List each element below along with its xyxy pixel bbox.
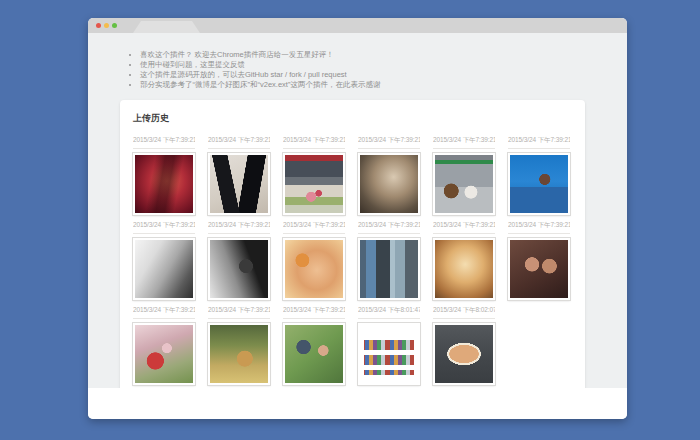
page-content: 喜欢这个插件？ 欢迎去Chrome插件商店给一发五星好评！使用中碰到问题，这里提… bbox=[88, 33, 627, 419]
history-item: 2015/3/24 下午8:01:47 bbox=[358, 306, 420, 385]
upload-timestamp: 2015/3/24 下午7:39:21 bbox=[433, 221, 495, 234]
thumbnail-couple-by-window[interactable] bbox=[358, 238, 420, 300]
browser-tab[interactable] bbox=[133, 21, 200, 33]
upload-timestamp: 2015/3/24 下午7:39:21 bbox=[283, 221, 345, 234]
upload-timestamp: 2015/3/24 下午7:39:21 bbox=[433, 136, 495, 149]
notice-item: 喜欢这个插件？ 欢迎去Chrome插件商店给一发五星好评！ bbox=[140, 50, 627, 59]
history-item: 2015/3/24 下午7:39:21 bbox=[358, 136, 420, 215]
thumbnail-microsoft-keynote-speaker[interactable] bbox=[508, 153, 570, 215]
upload-timestamp: 2015/3/24 下午8:01:47 bbox=[358, 306, 420, 319]
history-item: 2015/3/24 下午7:39:21 bbox=[208, 306, 270, 385]
thumbnail-cherry-blossom-selfie[interactable] bbox=[133, 323, 195, 385]
history-item: 2015/3/24 下午7:39:21 bbox=[508, 136, 570, 215]
upload-timestamp: 2015/3/24 下午8:02:07 bbox=[433, 306, 495, 319]
thumbnail-hands-with-ring[interactable] bbox=[283, 238, 345, 300]
history-item: 2015/3/24 下午7:39:21 bbox=[508, 221, 570, 300]
upload-history-grid: 2015/3/24 下午7:39:21 2015/3/24 下午7:39:21 … bbox=[133, 136, 572, 385]
thumbnail-street-mascots[interactable] bbox=[433, 153, 495, 215]
upload-timestamp: 2015/3/24 下午7:39:21 bbox=[508, 136, 570, 149]
thumbnail-bw-groom-ring-box[interactable] bbox=[208, 238, 270, 300]
thumbnail-office-desk-flowers[interactable] bbox=[283, 153, 345, 215]
notice-item: 部分实现参考了“微博是个好图床”和“v2ex.ext”这两个插件，在此表示感谢 bbox=[140, 80, 627, 89]
thumbnail-red-concert-guitarist[interactable] bbox=[133, 153, 195, 215]
thumbnail-lightbox-overlay-screenshot[interactable] bbox=[433, 323, 495, 385]
upload-timestamp: 2015/3/24 下午7:39:21 bbox=[133, 221, 195, 234]
maximize-button[interactable] bbox=[112, 23, 117, 28]
upload-timestamp: 2015/3/24 下午7:39:21 bbox=[283, 306, 345, 319]
history-item: 2015/3/24 下午7:39:21 bbox=[208, 221, 270, 300]
history-item: 2015/3/24 下午7:39:21 bbox=[358, 221, 420, 300]
browser-titlebar bbox=[88, 18, 627, 33]
upload-timestamp: 2015/3/24 下午7:39:21 bbox=[208, 136, 270, 149]
notice-list: 喜欢这个插件？ 欢迎去Chrome插件商店给一发五星好评！使用中碰到问题，这里提… bbox=[88, 33, 627, 89]
history-item: 2015/3/24 下午7:39:21 bbox=[133, 221, 195, 300]
notice-item: 使用中碰到问题，这里提交反馈 bbox=[140, 60, 627, 69]
upload-timestamp: 2015/3/24 下午7:39:21 bbox=[208, 306, 270, 319]
upload-timestamp: 2015/3/24 下午7:39:21 bbox=[133, 306, 195, 319]
browser-window: 喜欢这个插件？ 欢迎去Chrome插件商店给一发五星好评！使用中碰到问题，这里提… bbox=[88, 18, 627, 419]
history-item: 2015/3/24 下午7:39:21 bbox=[133, 306, 195, 385]
history-item: 2015/3/24 下午8:02:07 bbox=[433, 306, 495, 385]
thumbnail-couple-covering-mouths[interactable] bbox=[283, 323, 345, 385]
history-item: 2015/3/24 下午7:39:21 bbox=[433, 221, 495, 300]
upload-timestamp: 2015/3/24 下午7:39:21 bbox=[508, 221, 570, 234]
history-item: 2015/3/24 下午7:39:21 bbox=[208, 136, 270, 215]
history-item: 2015/3/24 下午7:39:21 bbox=[283, 306, 345, 385]
thumbnail-history-page-screenshot[interactable] bbox=[358, 323, 420, 385]
history-item: 2015/3/24 下午7:39:21 bbox=[433, 136, 495, 215]
upload-history-card: 上传历史 2015/3/24 下午7:39:21 2015/3/24 下午7:3… bbox=[120, 100, 585, 397]
thumbnail-cow-under-trees[interactable] bbox=[208, 323, 270, 385]
page-footer-strip bbox=[88, 388, 627, 419]
thumbnail-warm-wedding-kiss[interactable] bbox=[433, 238, 495, 300]
upload-timestamp: 2015/3/24 下午7:39:21 bbox=[358, 136, 420, 149]
history-item: 2015/3/24 下午7:39:21 bbox=[133, 136, 195, 215]
thumbnail-phone-unboxing[interactable] bbox=[208, 153, 270, 215]
history-item: 2015/3/24 下午7:39:21 bbox=[283, 221, 345, 300]
thumbnail-two-girls-portrait[interactable] bbox=[508, 238, 570, 300]
page-main-area: 喜欢这个插件？ 欢迎去Chrome插件商店给一发五星好评！使用中碰到问题，这里提… bbox=[88, 33, 627, 388]
upload-timestamp: 2015/3/24 下午7:39:21 bbox=[283, 136, 345, 149]
traffic-lights bbox=[96, 23, 117, 28]
upload-timestamp: 2015/3/24 下午7:39:21 bbox=[133, 136, 195, 149]
notice-item: 这个插件是源码开放的，可以去GitHub star / fork / pull … bbox=[140, 70, 627, 79]
minimize-button[interactable] bbox=[104, 23, 109, 28]
close-button[interactable] bbox=[96, 23, 101, 28]
thumbnail-tabby-cat[interactable] bbox=[358, 153, 420, 215]
page-title: 上传历史 bbox=[133, 112, 572, 125]
history-item: 2015/3/24 下午7:39:21 bbox=[283, 136, 345, 215]
thumbnail-bw-wedding-dance[interactable] bbox=[133, 238, 195, 300]
upload-timestamp: 2015/3/24 下午7:39:21 bbox=[208, 221, 270, 234]
upload-timestamp: 2015/3/24 下午7:39:21 bbox=[358, 221, 420, 234]
